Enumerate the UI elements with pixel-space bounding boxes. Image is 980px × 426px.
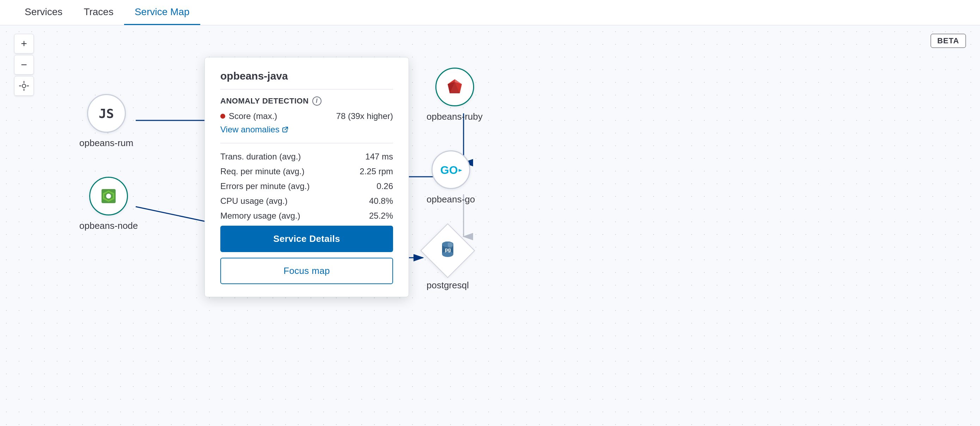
metrics-list: Trans. duration (avg.) 147 ms Req. per m… — [220, 152, 393, 221]
node-circle-node — [89, 177, 128, 215]
svg-point-0 — [22, 84, 26, 88]
node-postgresql[interactable]: pg postgresql — [426, 231, 469, 291]
js-icon: JS — [99, 106, 114, 121]
external-link-icon — [282, 126, 289, 133]
node-icon — [98, 185, 119, 207]
anomaly-info-icon[interactable]: i — [312, 97, 321, 106]
node-label-ruby: opbeans-ruby — [426, 111, 483, 122]
node-label-postgresql: postgresql — [426, 280, 469, 291]
node-opbeans-rum[interactable]: JS opbeans-rum — [79, 94, 133, 149]
node-circle-postgresql: pg — [420, 223, 475, 278]
svg-point-18 — [106, 194, 111, 199]
anomaly-score-label: Score (max.) — [229, 111, 333, 121]
postgresql-icon: pg — [438, 240, 458, 261]
svg-text:GO: GO — [440, 164, 458, 176]
metric-row-4: Memory usage (avg.) 25.2% — [220, 211, 393, 221]
node-circle-go: GO — [431, 150, 470, 189]
popup-divider — [220, 143, 393, 143]
node-label-node: opbeans-node — [79, 220, 138, 231]
metric-row-3: CPU usage (avg.) 40.8% — [220, 196, 393, 206]
tab-service-map[interactable]: Service Map — [124, 6, 200, 25]
metric-row-2: Errors per minute (avg.) 0.26 — [220, 181, 393, 191]
beta-badge: BETA — [931, 34, 966, 48]
focus-map-button[interactable]: Focus map — [220, 258, 393, 284]
node-circle-ruby — [435, 68, 474, 106]
service-map-canvas: BETA + − — [0, 25, 980, 426]
metric-row-0: Trans. duration (avg.) 147 ms — [220, 152, 393, 162]
node-label-rum: opbeans-rum — [79, 138, 133, 149]
metric-row-1: Req. per minute (avg.) 2.25 rpm — [220, 166, 393, 176]
svg-marker-26 — [459, 169, 462, 172]
connections-svg — [0, 25, 980, 426]
pg-icon: pg — [438, 240, 458, 260]
popup-card: opbeans-java ANOMALY DETECTION i Score (… — [204, 57, 409, 297]
tab-traces[interactable]: Traces — [73, 6, 124, 25]
service-details-button[interactable]: Service Details — [220, 226, 393, 252]
zoom-controls: + − — [14, 34, 34, 96]
tab-services[interactable]: Services — [14, 6, 73, 25]
anomaly-score-value: 78 (39x higher) — [336, 111, 393, 121]
view-anomalies-link[interactable]: View anomalies — [220, 125, 393, 135]
node-opbeans-ruby[interactable]: opbeans-ruby — [426, 68, 483, 122]
node-opbeans-go[interactable]: GO opbeans-go — [426, 150, 475, 205]
node-label-go: opbeans-go — [426, 194, 475, 205]
node-circle-rum: JS — [87, 94, 126, 133]
center-button[interactable] — [14, 76, 34, 96]
svg-text:pg: pg — [445, 247, 451, 252]
anomaly-score-row: Score (max.) 78 (39x higher) — [220, 111, 393, 121]
anomaly-section-title: ANOMALY DETECTION i — [220, 97, 393, 106]
go-icon: GO — [439, 163, 462, 177]
node-opbeans-node[interactable]: opbeans-node — [79, 177, 138, 231]
top-nav: Services Traces Service Map — [0, 0, 980, 25]
anomaly-dot — [220, 114, 225, 119]
zoom-in-button[interactable]: + — [14, 34, 34, 54]
ruby-icon — [444, 76, 465, 98]
popup-title: opbeans-java — [220, 70, 393, 89]
zoom-out-button[interactable]: − — [14, 55, 34, 74]
